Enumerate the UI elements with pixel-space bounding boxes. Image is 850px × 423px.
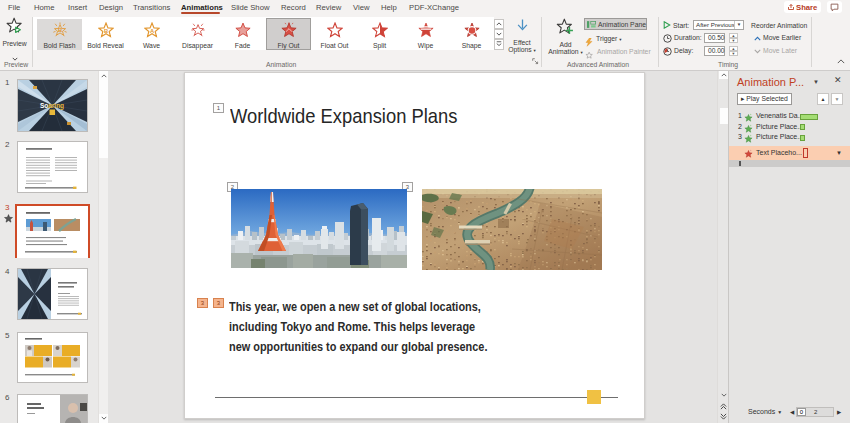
svg-text:Soaring: Soaring <box>40 102 64 110</box>
svg-text:A: A <box>149 28 154 34</box>
svg-text:B: B <box>57 27 61 33</box>
svg-text:B: B <box>103 28 107 34</box>
